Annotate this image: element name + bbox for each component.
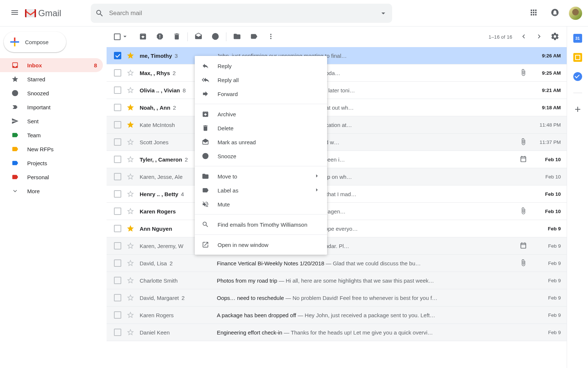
row-star[interactable] <box>126 173 135 181</box>
row-checkbox[interactable] <box>114 225 121 232</box>
row-checkbox[interactable] <box>114 277 121 284</box>
menu-item-reply-all[interactable]: Reply all <box>195 73 327 87</box>
sidebar-item-team[interactable]: Team <box>0 128 103 142</box>
email-row[interactable]: Max, , Rhys 2 — Hi John, can you please … <box>107 64 567 82</box>
labels-button[interactable] <box>250 32 258 42</box>
row-star[interactable] <box>126 190 135 198</box>
menu-item-mark-as-unread[interactable]: Mark as unread <box>195 135 327 149</box>
email-row[interactable]: Scott Jones — Our budget last year for v… <box>107 134 567 151</box>
row-checkbox[interactable] <box>114 52 121 59</box>
row-checkbox[interactable] <box>114 138 121 146</box>
menu-item-open-in-new-window[interactable]: Open in new window <box>195 238 327 252</box>
row-checkbox[interactable] <box>114 173 121 180</box>
settings-button[interactable] <box>551 32 559 42</box>
row-checkbox[interactable] <box>114 121 121 128</box>
email-row[interactable]: Karen, Jesse, Aleavailable I slotted som… <box>107 168 567 185</box>
tasks-app-button[interactable] <box>573 72 582 81</box>
calendar-app-button[interactable]: 31 <box>573 34 582 43</box>
menu-item-find-emails-from-timothy-williamson[interactable]: Find emails from Timothy Williamson <box>195 217 327 231</box>
email-row[interactable]: David, Lisa 2Finance Vertical Bi-Weekly … <box>107 255 567 272</box>
search-input[interactable] <box>109 10 379 17</box>
compose-button[interactable]: Compose <box>4 32 66 52</box>
row-checkbox[interactable] <box>114 294 121 301</box>
email-row[interactable]: Daniel KeenEngineering effort check-in —… <box>107 324 567 341</box>
notifications-button[interactable] <box>548 6 562 20</box>
sidebar-item-more[interactable]: More <box>0 184 103 198</box>
row-star[interactable] <box>126 328 135 336</box>
search-options-dropdown-icon[interactable] <box>379 9 388 18</box>
row-star[interactable] <box>126 69 135 77</box>
sidebar-item-inbox[interactable]: Inbox8 <box>0 58 103 72</box>
row-checkbox[interactable] <box>114 69 121 77</box>
email-row[interactable]: Karen, Jeremy, W@ Dec 1, 2017 3pm - 4pm … <box>107 237 567 255</box>
sidebar-item-personal[interactable]: Personal <box>0 170 103 184</box>
row-star[interactable] <box>126 121 135 129</box>
menu-item-forward[interactable]: Forward <box>195 87 327 101</box>
row-star[interactable] <box>126 311 135 319</box>
row-star[interactable] <box>126 294 135 302</box>
menu-item-move-to[interactable]: Move to <box>195 169 327 183</box>
row-star[interactable] <box>126 276 135 284</box>
sidebar-item-snoozed[interactable]: Snoozed <box>0 86 103 100</box>
email-row[interactable]: Olivia .. , Vivian 8 — Sounds like a pla… <box>107 82 567 99</box>
menu-item-label: Mute <box>218 201 230 208</box>
newer-button[interactable] <box>520 32 528 42</box>
row-checkbox[interactable] <box>114 208 121 215</box>
older-button[interactable] <box>535 32 543 42</box>
mark-read-button[interactable] <box>194 32 202 42</box>
row-star[interactable] <box>126 138 135 146</box>
row-star[interactable] <box>126 259 135 267</box>
menu-item-mute[interactable]: Mute <box>195 197 327 211</box>
email-row[interactable]: Kate McIntoshder has been confirmed for … <box>107 116 567 134</box>
spam-button[interactable] <box>156 32 164 42</box>
email-row[interactable]: Karen RogersA package has been dropped o… <box>107 307 567 324</box>
email-row[interactable]: David, Margaret 2Oops… need to reschedul… <box>107 289 567 307</box>
get-addons-button[interactable] <box>573 105 582 114</box>
sidebar-item-starred[interactable]: Starred <box>0 72 103 86</box>
email-row[interactable]: me, Timothy 3John, just confirming our u… <box>107 47 567 64</box>
main-menu-button[interactable] <box>6 4 24 22</box>
row-star[interactable] <box>126 103 135 112</box>
account-avatar[interactable] <box>569 7 582 20</box>
email-row[interactable]: Ann Nguyente across Horizontals, Vertica… <box>107 220 567 237</box>
menu-item-archive[interactable]: Archive <box>195 107 327 121</box>
menu-item-reply[interactable]: Reply <box>195 59 327 73</box>
sidebar-item-new-rfps[interactable]: New RFPs <box>0 142 103 156</box>
menu-item-delete[interactable]: Delete <box>195 121 327 135</box>
google-apps-button[interactable] <box>526 5 541 21</box>
row-star[interactable] <box>126 52 135 60</box>
row-star[interactable] <box>126 224 135 233</box>
sidebar-item-label: Projects <box>27 160 47 166</box>
move-to-button[interactable] <box>233 32 241 42</box>
snooze-button[interactable] <box>211 32 219 42</box>
email-row[interactable]: Karen Rogerss year — Glad that we got th… <box>107 203 567 220</box>
row-checkbox[interactable] <box>114 259 121 267</box>
sidebar-item-sent[interactable]: Sent <box>0 114 103 128</box>
row-checkbox[interactable] <box>114 190 121 198</box>
menu-item-label-as[interactable]: Label as <box>195 183 327 197</box>
sidebar-item-projects[interactable]: Projects <box>0 156 103 170</box>
row-checkbox[interactable] <box>114 311 121 319</box>
search-bar[interactable] <box>91 4 392 23</box>
select-all-checkbox[interactable] <box>114 33 129 41</box>
row-star[interactable] <box>126 242 135 250</box>
keep-app-button[interactable] <box>573 53 582 62</box>
row-checkbox[interactable] <box>114 329 121 336</box>
sidebar-item-important[interactable]: Important <box>0 100 103 114</box>
row-checkbox[interactable] <box>114 242 121 250</box>
row-star[interactable] <box>126 155 135 163</box>
row-checkbox[interactable] <box>114 86 121 94</box>
delete-button[interactable] <box>173 32 181 42</box>
email-row[interactable]: Henry .. , Betty 4e proposal — Take a lo… <box>107 185 567 203</box>
row-checkbox[interactable] <box>114 156 121 163</box>
email-row[interactable]: Tyler, , Cameron 2Feb 5, 2018 2:00pm - 3… <box>107 151 567 168</box>
gmail-logo[interactable]: Gmail <box>25 8 61 18</box>
email-row[interactable]: Noah, , Ann 2 — Yeah I completely agree.… <box>107 99 567 116</box>
archive-button[interactable] <box>139 32 147 42</box>
email-row[interactable]: Charlotte SmithPhotos from my road trip … <box>107 272 567 289</box>
more-button[interactable] <box>267 32 275 42</box>
menu-item-snooze[interactable]: Snooze <box>195 149 327 163</box>
row-star[interactable] <box>126 207 135 215</box>
row-star[interactable] <box>126 86 135 94</box>
row-checkbox[interactable] <box>114 104 121 111</box>
